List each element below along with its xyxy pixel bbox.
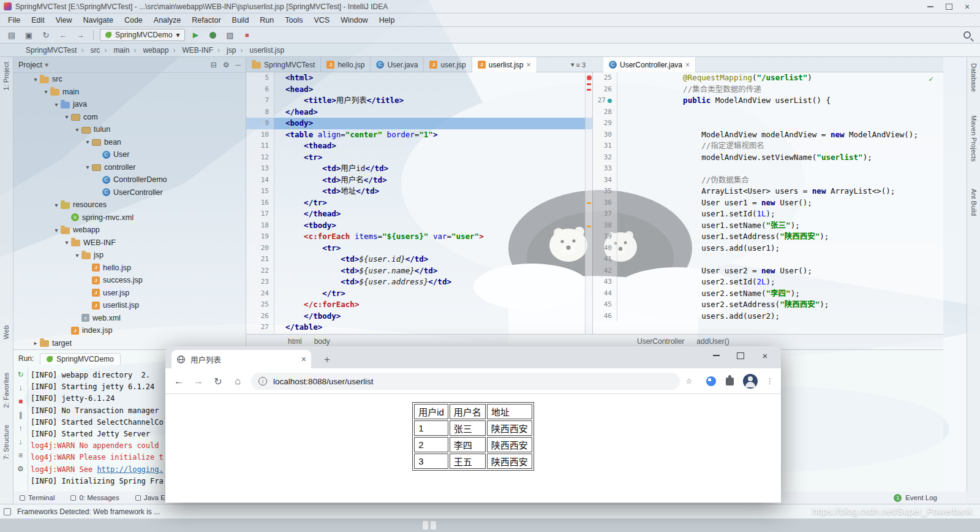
coverage-button[interactable]: ▧ <box>223 29 236 41</box>
status-message[interactable]: Frameworks Detected: Web framework is ..… <box>17 507 160 516</box>
tree-chevron-icon[interactable] <box>83 139 92 145</box>
tree-chevron-icon[interactable] <box>42 88 50 95</box>
tool-button-project[interactable]: 1: Project <box>2 62 10 90</box>
hidden-tabs-control[interactable]: ▾ ≡ 3 <box>571 57 586 72</box>
tree-item[interactable]: UserController <box>13 186 246 199</box>
address-bar[interactable]: i localhost:8088/user/userlist <box>251 373 680 390</box>
menu-item[interactable]: File <box>2 13 26 27</box>
extensions-puzzle-icon[interactable] <box>721 373 738 390</box>
tree-item[interactable]: ControllerDemo <box>13 173 246 186</box>
breadcrumb[interactable]: body <box>314 337 330 346</box>
menu-item[interactable]: Refactor <box>186 13 226 27</box>
run-button[interactable]: ▶ <box>189 29 202 41</box>
forward-button[interactable]: → <box>190 373 207 390</box>
stop-icon[interactable]: ■ <box>16 397 26 406</box>
tree-chevron-icon[interactable] <box>83 164 92 170</box>
maximize-button[interactable] <box>940 1 958 13</box>
event-log-button[interactable]: 1 Event Log <box>894 494 937 502</box>
forward-icon[interactable]: → <box>74 29 87 41</box>
tree-item[interactable]: success.jsp <box>13 274 246 287</box>
breadcrumb[interactable]: SpringMVCTest <box>24 46 89 55</box>
breadcrumb[interactable]: WEB-INF <box>181 46 225 55</box>
tree-chevron-icon[interactable] <box>73 252 81 259</box>
close-button[interactable]: × <box>753 346 777 365</box>
search-everywhere-icon[interactable] <box>960 29 974 41</box>
save-all-icon[interactable]: ▣ <box>22 29 36 41</box>
tool-button-database[interactable]: Database <box>970 63 978 92</box>
breadcrumb[interactable]: addUser() <box>696 337 729 346</box>
menu-item[interactable]: Code <box>119 13 148 27</box>
breadcrumb[interactable]: webapp <box>141 46 181 55</box>
settings-gear-icon[interactable]: ⚙ <box>223 61 230 69</box>
tool-button-ant[interactable]: Ant Build <box>970 189 978 216</box>
up-stack-icon[interactable]: ↑ <box>16 424 26 433</box>
scroll-down-icon[interactable]: ↓ <box>16 383 26 393</box>
console-link[interactable]: http://logging. <box>97 465 163 474</box>
breadcrumb[interactable]: main <box>112 46 141 55</box>
tool-button-web[interactable]: Web <box>2 325 10 339</box>
stop-button[interactable]: ■ <box>240 29 254 41</box>
tree-chevron-icon[interactable] <box>31 76 40 83</box>
rerun-icon[interactable]: ↻ <box>16 370 26 379</box>
tree-item[interactable]: tulun <box>13 123 246 136</box>
browser-tab[interactable]: 用户列表 × <box>172 350 311 368</box>
editor-tab[interactable]: UserController.java <box>603 57 696 72</box>
tree-chevron-icon[interactable] <box>73 126 81 133</box>
profile-avatar[interactable] <box>742 373 759 390</box>
editor-tab[interactable]: hello.jsp <box>321 57 371 72</box>
tree-item[interactable]: resources <box>13 199 246 211</box>
new-tab-button[interactable]: + <box>320 352 334 367</box>
minimize-button[interactable] <box>921 1 940 13</box>
tool-button-maven[interactable]: Maven Projects <box>970 115 978 162</box>
tree-item[interactable]: main <box>13 86 246 99</box>
run-tab[interactable]: SpringMVCDemo <box>40 353 120 365</box>
menu-item[interactable]: Build <box>227 13 255 27</box>
menu-item[interactable]: Navigate <box>78 13 119 27</box>
menu-item[interactable]: Tools <box>279 13 308 27</box>
tree-item[interactable]: hello.jsp <box>13 262 246 275</box>
toolwindow-toggle-icon[interactable] <box>4 508 11 515</box>
tab-close-icon[interactable]: × <box>301 354 306 364</box>
tree-item[interactable]: webapp <box>13 224 246 237</box>
minimize-button[interactable] <box>704 346 728 365</box>
tool-button-favorites[interactable]: 2: Favorites <box>2 373 10 408</box>
editor-tab[interactable]: SpringMVCTest <box>246 57 321 72</box>
tool-button-java[interactable]: Java En <box>135 494 170 501</box>
tree-chevron-icon[interactable] <box>52 101 61 108</box>
tree-item[interactable]: web.xml <box>13 312 246 325</box>
open-project-icon[interactable]: ▤ <box>5 29 18 41</box>
tree-item[interactable]: WEB-INF <box>13 237 246 249</box>
project-panel-title[interactable]: Project <box>18 61 42 69</box>
page-info-icon[interactable]: i <box>258 377 267 386</box>
menu-item[interactable]: Window <box>335 13 373 27</box>
tree-item[interactable]: java <box>13 98 246 111</box>
editor-tab[interactable]: User.java <box>371 57 424 72</box>
editor-tab[interactable]: user.jsp <box>424 57 472 72</box>
tree-item[interactable]: src <box>13 73 246 86</box>
editor-userlist-jsp[interactable]: 5<html>6<head>7 <title>用户列表</title>8</he… <box>246 72 593 334</box>
editor-tab[interactable]: userlist.jsp <box>472 57 537 72</box>
tool-button-structure[interactable]: 7: Structure <box>2 425 10 460</box>
pause-icon[interactable]: ∥ <box>16 410 26 420</box>
sync-icon[interactable]: ↻ <box>39 29 53 41</box>
tree-chevron-icon[interactable] <box>62 239 71 246</box>
tree-item[interactable]: User <box>13 148 246 161</box>
menu-item[interactable]: Analyze <box>148 13 186 27</box>
breadcrumb[interactable]: jsp <box>225 46 248 55</box>
maximize-button[interactable] <box>728 346 753 365</box>
breadcrumb[interactable]: userlist.jsp <box>248 46 285 55</box>
url-text[interactable]: localhost:8088/user/userlist <box>273 377 374 386</box>
down-stack-icon[interactable]: ↓ <box>16 437 26 447</box>
tab-close-icon[interactable] <box>685 61 690 69</box>
tool-button-messages[interactable]: 0: Messages <box>70 494 119 501</box>
back-button[interactable]: ← <box>170 373 187 390</box>
tree-item[interactable]: bean <box>13 136 246 149</box>
run-config-select[interactable]: SpringMVCDemo ▾ <box>100 29 185 41</box>
bookmark-star-icon[interactable]: ☆ <box>680 373 698 390</box>
breadcrumb[interactable]: src <box>89 46 112 55</box>
debug-button[interactable] <box>206 29 219 41</box>
console-settings-icon[interactable]: ⚙ <box>16 464 26 474</box>
tree-item[interactable]: spring-mvc.xml <box>13 211 246 224</box>
tree-item[interactable]: controller <box>13 161 246 174</box>
tree-item[interactable]: user.jsp <box>13 287 246 300</box>
